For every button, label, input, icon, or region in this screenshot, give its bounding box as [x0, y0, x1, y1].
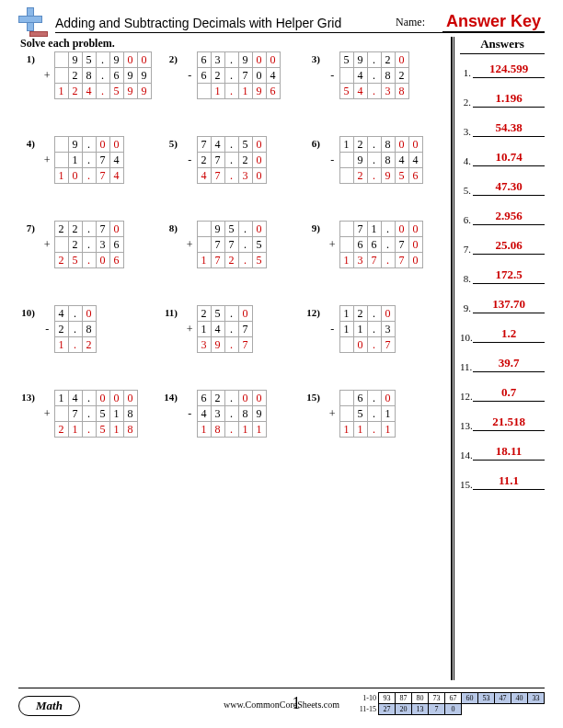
- grid-cell: .: [367, 52, 381, 68]
- operator: +: [326, 406, 339, 422]
- page-number: 1: [292, 694, 300, 713]
- grid-cell: 2: [353, 168, 367, 184]
- grid-cell: .: [82, 168, 96, 184]
- grid-cell: 1: [353, 422, 367, 438]
- grid-cell: .: [96, 52, 109, 68]
- problem: 13)14.000+7.51821.518: [20, 390, 156, 438]
- grid-cell: 0: [238, 306, 252, 322]
- grid-cell: 6: [353, 237, 367, 253]
- operator: -: [326, 68, 339, 84]
- grid-cell: 7: [211, 237, 224, 253]
- grid-cell: 7: [238, 322, 252, 337]
- grid-cell: 9: [123, 84, 137, 99]
- grid-cell: 1: [381, 422, 395, 438]
- problem: 3)59.20-4.8254.38: [305, 51, 442, 99]
- grid-cell: 1: [54, 168, 68, 184]
- grid-cell: 3: [381, 322, 395, 337]
- grid-cell: 1: [197, 422, 211, 438]
- answer-line: 15.11.1: [460, 473, 545, 490]
- grid-cell: 6: [109, 237, 123, 253]
- grid-cell: 0: [109, 391, 123, 406]
- grid-cell: .: [367, 337, 381, 353]
- problem-number: 9): [305, 221, 326, 233]
- answer-number: 10.: [460, 332, 473, 343]
- operator: +: [183, 237, 197, 253]
- answer-value: 124.599: [473, 62, 545, 78]
- grid-cell: .: [82, 153, 96, 168]
- problem-number: 13): [20, 390, 40, 403]
- grid-cell: 0: [252, 391, 266, 406]
- score-cell: 47: [495, 693, 511, 704]
- grid-cell: 4: [197, 406, 211, 422]
- problem: 4)9.00+1.7410.74: [20, 136, 156, 184]
- grid-cell: 9: [252, 406, 266, 422]
- grid-cell: 0: [381, 306, 395, 322]
- grid-cell: 7: [197, 137, 211, 153]
- grid-cell: 7: [395, 253, 408, 268]
- operator: -: [183, 406, 197, 422]
- grid-cell: 1: [339, 253, 353, 268]
- grid-cell: .: [82, 237, 96, 253]
- answers-header: Answers: [460, 37, 545, 54]
- problem: 6)12.800-9.8442.956: [305, 136, 442, 184]
- score-cell: 7: [429, 704, 445, 715]
- answer-number: 14.: [460, 449, 473, 461]
- divider: [454, 37, 454, 680]
- grid-cell: 2: [68, 84, 82, 99]
- grid-cell: 1: [339, 422, 353, 438]
- answer-line: 14.18.11: [460, 444, 545, 461]
- grid-cell: 0: [408, 237, 422, 253]
- answer-number: 15.: [460, 479, 473, 490]
- problem-number: 14): [163, 390, 183, 403]
- grid-cell: 2: [381, 52, 395, 68]
- divider: [451, 37, 453, 680]
- grid-cell: 0: [395, 222, 408, 237]
- name-label: Name:: [396, 16, 425, 29]
- problem: 7)22.70+2.3625.06: [20, 221, 156, 268]
- answer-value: 137.70: [473, 297, 545, 313]
- grid-cell: 6: [197, 391, 211, 406]
- grid-cell: 1: [211, 84, 224, 99]
- grid-cell: [339, 391, 353, 406]
- grid-cell: 1: [54, 84, 68, 99]
- operator: +: [40, 406, 54, 422]
- answer-value: 54.38: [473, 120, 545, 137]
- grid-cell: 4: [68, 391, 82, 406]
- grid-cell: 5: [339, 84, 353, 99]
- grid-cell: 2: [54, 322, 68, 337]
- answer-value: 21.518: [473, 415, 545, 431]
- problem: 11)25.0+14.739.7: [163, 305, 299, 353]
- operator: -: [40, 322, 54, 337]
- grid-cell: .: [82, 391, 96, 406]
- grid-cell: [54, 137, 68, 153]
- grid-cell: .: [96, 84, 109, 99]
- answer-number: 11.: [460, 361, 473, 372]
- score-label: 11-15: [355, 704, 379, 715]
- grid-cell: .: [82, 253, 96, 268]
- grid-cell: 7: [353, 222, 367, 237]
- score-cell: 67: [445, 693, 462, 704]
- grid-cell: 2: [197, 306, 211, 322]
- grid-cell: 4: [109, 168, 123, 184]
- grid-cell: 0: [353, 337, 367, 353]
- grid-cell: 0: [68, 168, 82, 184]
- grid-cell: 7: [395, 237, 408, 253]
- grid-cell: 8: [123, 406, 137, 422]
- grid-cell: 9: [109, 52, 123, 68]
- grid-cell: .: [367, 153, 381, 168]
- score-cell: 73: [429, 693, 445, 704]
- grid-cell: 7: [211, 253, 224, 268]
- answer-line: 3.54.38: [460, 120, 545, 137]
- grid-cell: 3: [353, 253, 367, 268]
- grid-cell: 5: [224, 222, 238, 237]
- grid-cell: .: [367, 391, 381, 406]
- grid-cell: 7: [211, 153, 224, 168]
- score-cell: 33: [528, 693, 545, 704]
- problem-number: 15): [305, 390, 326, 403]
- answer-number: 6.: [460, 214, 473, 225]
- grid-cell: .: [238, 253, 252, 268]
- answer-line: 4.10.74: [460, 150, 545, 166]
- grid-cell: .: [224, 306, 238, 322]
- grid-cell: 2: [238, 153, 252, 168]
- grid-cell: 6: [109, 253, 123, 268]
